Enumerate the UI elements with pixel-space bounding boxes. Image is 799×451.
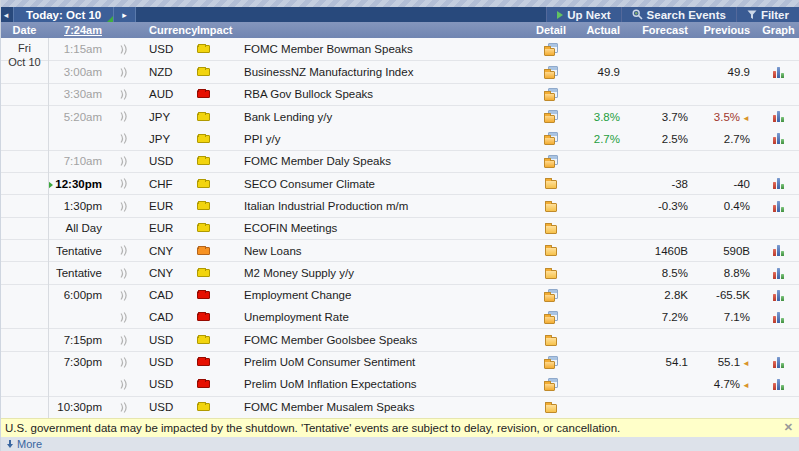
event-title[interactable]: Bank Lending y/y	[239, 111, 530, 123]
detail-open-folder-icon[interactable]	[544, 356, 559, 369]
more-link[interactable]: More	[6, 438, 42, 450]
detail-folder-icon[interactable]	[544, 222, 559, 235]
detail-open-folder-icon[interactable]	[544, 43, 559, 56]
event-title[interactable]: Prelim UoM Consumer Sentiment	[239, 356, 530, 368]
up-next-button[interactable]: Up Next	[546, 7, 620, 22]
detail-open-folder-icon[interactable]	[544, 66, 559, 79]
graph-icon[interactable]	[773, 111, 784, 122]
date-day: Fri	[1, 41, 48, 55]
graph-cell	[758, 290, 799, 301]
detail-open-folder-icon[interactable]	[544, 132, 559, 145]
graph-icon[interactable]	[773, 268, 784, 279]
previous-value: 2.7%	[690, 133, 758, 145]
speaker-cell	[104, 201, 141, 212]
detail-folder-icon[interactable]	[544, 200, 559, 213]
event-currency: CNY	[141, 267, 191, 279]
graph-icon[interactable]	[773, 312, 784, 323]
col-previous: Previous	[690, 24, 758, 36]
speaker-icon[interactable]	[118, 312, 128, 323]
event-title[interactable]: Prelim UoM Inflation Expectations	[239, 378, 530, 390]
event-title[interactable]: M2 Money Supply y/y	[239, 267, 530, 279]
filter-button[interactable]: Filter	[736, 7, 799, 22]
event-title[interactable]: FOMC Member Goolsbee Speaks	[239, 334, 530, 346]
previous-value: 8.8%	[690, 267, 758, 279]
detail-open-folder-icon[interactable]	[544, 289, 559, 302]
graph-icon[interactable]	[773, 178, 784, 189]
graph-icon[interactable]	[773, 290, 784, 301]
speaker-icon[interactable]	[118, 89, 128, 100]
event-title[interactable]: Employment Change	[239, 289, 530, 301]
graph-icon[interactable]	[773, 379, 784, 390]
detail-open-folder-icon[interactable]	[544, 155, 559, 168]
detail-open-folder-icon[interactable]	[544, 110, 559, 123]
graph-icon[interactable]	[773, 357, 784, 368]
col-detail: Detail	[530, 24, 572, 36]
event-title[interactable]: RBA Gov Bullock Speaks	[239, 88, 530, 100]
event-time-label: 10:30pm	[57, 401, 102, 413]
detail-cell	[530, 334, 572, 347]
impact-yellow-icon	[197, 180, 210, 188]
event-title[interactable]: SECO Consumer Climate	[239, 178, 530, 190]
detail-folder-icon[interactable]	[544, 177, 559, 190]
event-row: TentativeCNYM2 Money Supply y/y8.5%8.8%	[1, 261, 799, 283]
revision-marker-icon: ◄	[742, 114, 750, 123]
event-time-label: 12:30pm	[55, 178, 102, 190]
graph-icon[interactable]	[773, 133, 784, 144]
speaker-icon[interactable]	[118, 67, 128, 78]
event-title[interactable]: BusinessNZ Manufacturing Index	[239, 66, 530, 78]
close-icon[interactable]: ✕	[784, 421, 793, 434]
speaker-icon[interactable]	[118, 335, 128, 346]
previous-value: 7.1%	[690, 311, 758, 323]
speaker-icon[interactable]	[118, 379, 128, 390]
graph-icon[interactable]	[773, 67, 784, 78]
detail-folder-icon[interactable]	[544, 334, 559, 347]
detail-folder-icon[interactable]	[544, 401, 559, 414]
impact-yellow-icon	[197, 113, 210, 121]
current-time-link[interactable]: 7:24am	[64, 24, 102, 36]
next-day-arrow-icon[interactable]: ▸	[114, 7, 136, 22]
event-title[interactable]: Italian Industrial Production m/m	[239, 200, 530, 212]
speaker-icon[interactable]	[118, 133, 128, 144]
event-title[interactable]: FOMC Member Bowman Speaks	[239, 43, 530, 55]
filter-funnel-icon	[747, 10, 757, 20]
event-title[interactable]: FOMC Member Musalem Speaks	[239, 401, 530, 413]
column-header-row: Date 7:24am Currency Impact Detail Actua…	[1, 22, 799, 38]
speaker-icon[interactable]	[118, 402, 128, 413]
speaker-icon[interactable]	[118, 201, 128, 212]
event-title[interactable]: FOMC Member Daly Speaks	[239, 155, 530, 167]
speaker-icon[interactable]	[118, 268, 128, 279]
col-graph: Graph	[758, 24, 799, 36]
speaker-icon[interactable]	[118, 178, 128, 189]
detail-open-folder-icon[interactable]	[544, 311, 559, 324]
event-currency: EUR	[141, 200, 191, 212]
speaker-icon[interactable]	[118, 290, 128, 301]
impact-cell	[191, 313, 239, 321]
event-title[interactable]: Unemployment Rate	[239, 311, 530, 323]
previous-value: -65.5K	[690, 289, 758, 301]
event-title[interactable]: ECOFIN Meetings	[239, 222, 530, 234]
forecast-value: 54.1	[620, 356, 690, 368]
graph-icon[interactable]	[773, 245, 784, 256]
event-title[interactable]: PPI y/y	[239, 133, 530, 145]
graph-icon[interactable]	[773, 201, 784, 212]
filter-label: Filter	[761, 9, 789, 21]
today-button[interactable]: Today: Oct 10	[13, 7, 114, 22]
detail-open-folder-icon[interactable]	[544, 88, 559, 101]
speaker-icon[interactable]	[118, 357, 128, 368]
previous-value-label: -40	[733, 178, 750, 190]
search-icon	[632, 9, 643, 20]
detail-open-folder-icon[interactable]	[544, 378, 559, 391]
search-events-button[interactable]: Search Events	[621, 7, 736, 22]
detail-folder-icon[interactable]	[544, 267, 559, 280]
detail-cell	[530, 401, 572, 414]
event-title[interactable]: New Loans	[239, 245, 530, 257]
detail-folder-icon[interactable]	[544, 244, 559, 257]
speaker-icon[interactable]	[118, 245, 128, 256]
speaker-icon[interactable]	[118, 156, 128, 167]
speaker-icon[interactable]	[118, 111, 128, 122]
speaker-icon[interactable]	[118, 44, 128, 55]
footer-bar: More	[1, 437, 799, 451]
event-row: 6:00pmCADEmployment Change2.8K-65.5K	[1, 284, 799, 306]
prev-day-arrow-icon[interactable]: ◂	[1, 7, 11, 22]
date-cell: Fri Oct 10	[1, 41, 48, 69]
